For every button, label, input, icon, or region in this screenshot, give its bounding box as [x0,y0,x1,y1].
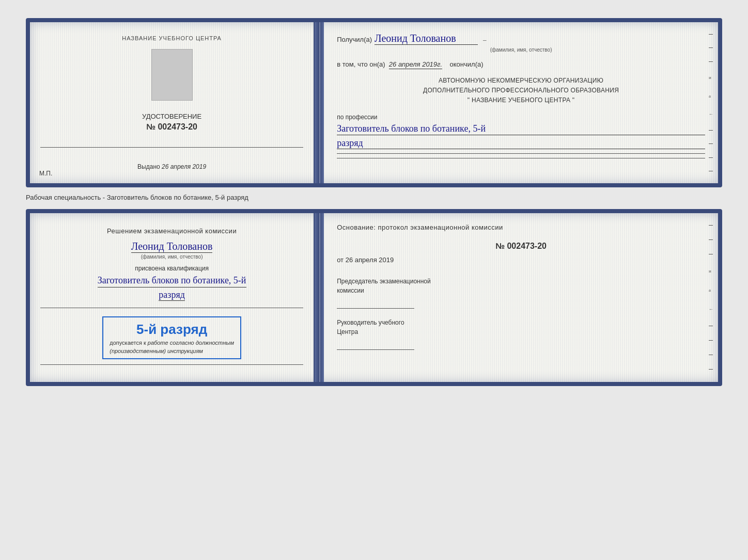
decision-name: Леонид Толованов [131,241,213,253]
edge-mark [709,326,713,326]
training-center-label: НАЗВАНИЕ УЧЕБНОГО ЦЕНТРА [122,35,222,41]
doc1-left-panel: НАЗВАНИЕ УЧЕБНОГО ЦЕНТРА УДОСТОВЕРЕНИЕ №… [30,22,315,183]
edge-mark [709,130,713,131]
org-line3: " НАЗВАНИЕ УЧЕБНОГО ЦЕНТРА " [337,95,705,105]
doc2-right-inner: Основание: протокол экзаменационной коми… [337,223,705,350]
profession-value: Заготовитель блоков по ботанике, 5-й [337,123,705,135]
stamp-admit-prefix: допускается к [110,340,146,346]
edge-mark-letter: а [709,287,715,293]
doc2-right-panel: Основание: протокол экзаменационной коми… [324,213,718,382]
edge-mark-letter: и [709,268,715,274]
issued-date: 26 апреля 2019 [162,163,206,170]
recipient-line: Получил(а) Леонид Толованов – [337,33,705,45]
edge-marks-2: и а ← [709,213,715,382]
stamp-admit-suffix: (производственным) инструкциям [110,348,234,354]
date-value: 26 апреля 2019г. [389,60,442,69]
org-block: АВТОНОМНУЮ НЕКОММЕРЧЕСКУЮ ОРГАНИЗАЦИЮ ДО… [337,76,705,106]
stamp-admit-link: работе согласно должностным [148,340,234,346]
fio-hint-1: (фамилия, имя, отчество) [337,47,705,53]
edge-mark [709,254,713,254]
doc2-left-panel: Решением экзаменационной комиссии Леонид… [30,213,315,382]
chairman-label-1: Председатель экзаменационной [337,278,431,285]
edge-marks-1: и а ← [709,22,715,183]
edge-mark [709,171,713,171]
org-line2: ДОПОЛНИТЕЛЬНОГО ПРОФЕССИОНАЛЬНОГО ОБРАЗО… [337,86,705,95]
edge-mark [709,355,713,355]
edge-mark [709,143,713,144]
underline-blank-4 [40,364,303,365]
mp-label: М.П. [39,170,52,177]
underline-blank-2 [337,158,705,158]
chairman-label-2: комиссии [337,287,364,294]
dash-after-name: – [483,36,487,44]
page-container: НАЗВАНИЕ УЧЕБНОГО ЦЕНТРА УДОСТОВЕРЕНИЕ №… [10,10,738,394]
razryad-value-2: разряд [159,290,185,301]
profession-label: по профессии [337,114,705,121]
qualification-value: Заготовитель блоков по ботанике, 5-й [98,274,246,287]
stamp-rank: 5-й разряд [110,322,234,338]
from-date-line: от 26 апреля 2019 [337,256,705,264]
received-label: Получил(а) [337,36,372,43]
spine-1 [315,22,324,183]
cert-number: № 002473-20 [146,122,197,132]
edge-mark [709,157,713,158]
head-label-2: Центра [337,328,358,335]
underline-blank-1 [337,153,705,154]
decision-fio-hint: (фамилия, имя, отчество) [141,254,203,260]
doc1-right-inner: Получил(а) Леонид Толованов – (фамилия, … [337,33,705,158]
spine-2 [315,213,324,382]
issued-label: Выдано [137,163,160,170]
edge-mark [709,239,713,240]
head-signature-line [337,341,414,350]
edge-mark [709,225,713,226]
basis-title: Основание: протокол экзаменационной коми… [337,223,705,231]
from-label: от [337,256,344,264]
underline-blank-3 [40,308,303,308]
doc1-right-panel: Получил(а) Леонид Толованов – (фамилия, … [324,22,718,183]
separator-line-1 [40,147,303,148]
caption: Рабочая специальность - Заготовитель бло… [26,194,722,201]
edge-mark-letter: а [709,93,715,99]
date-line: в том, что он(а) 26 апреля 2019г. окончи… [337,60,705,68]
head-label: Руководитель учебного Центра [337,318,705,337]
issued-line: Выдано 26 апреля 2019 [137,163,206,170]
document-card-2: Решением экзаменационной комиссии Леонид… [26,209,722,386]
qualification-label: присвоена квалификация [135,265,209,272]
head-label-1: Руководитель учебного [337,319,404,326]
org-line1: АВТОНОМНУЮ НЕКОММЕРЧЕСКУЮ ОРГАНИЗАЦИЮ [337,76,705,86]
photo-placeholder [151,49,193,101]
edge-mark [709,47,713,48]
head-signature-block: Руководитель учебного Центра [337,318,705,350]
cert-title: УДОСТОВЕРЕНИЕ [142,113,201,120]
date-prefix: в том, что он(а) [337,60,385,68]
edge-mark-letter: ← [709,111,715,117]
from-date-value: 26 апреля 2019 [346,256,394,264]
cert-number-value: 002473-20 [158,122,197,131]
document-card-1: НАЗВАНИЕ УЧЕБНОГО ЦЕНТРА УДОСТОВЕРЕНИЕ №… [26,18,722,187]
razryad-value-1: разряд [337,138,705,149]
edge-mark-letter: ← [709,307,715,312]
protocol-number: № 002473-20 [337,242,705,251]
edge-mark [709,369,713,370]
chairman-signature-block: Председатель экзаменационной комиссии [337,277,705,309]
cert-number-prefix: № [146,122,155,131]
date-suffix: окончил(а) [450,60,484,68]
stamp-admit: допускается к работе согласно должностны… [110,340,234,346]
decision-title: Решением экзаменационной комиссии [107,226,237,236]
edge-mark-letter: и [709,75,715,80]
edge-mark [709,61,713,62]
chairman-label: Председатель экзаменационной комиссии [337,277,705,295]
stamp-box: 5-й разряд допускается к работе согласно… [102,316,241,359]
chairman-signature-line [337,299,414,309]
edge-mark [709,34,713,35]
recipient-name: Леонид Толованов [375,33,478,45]
edge-mark [709,340,713,341]
